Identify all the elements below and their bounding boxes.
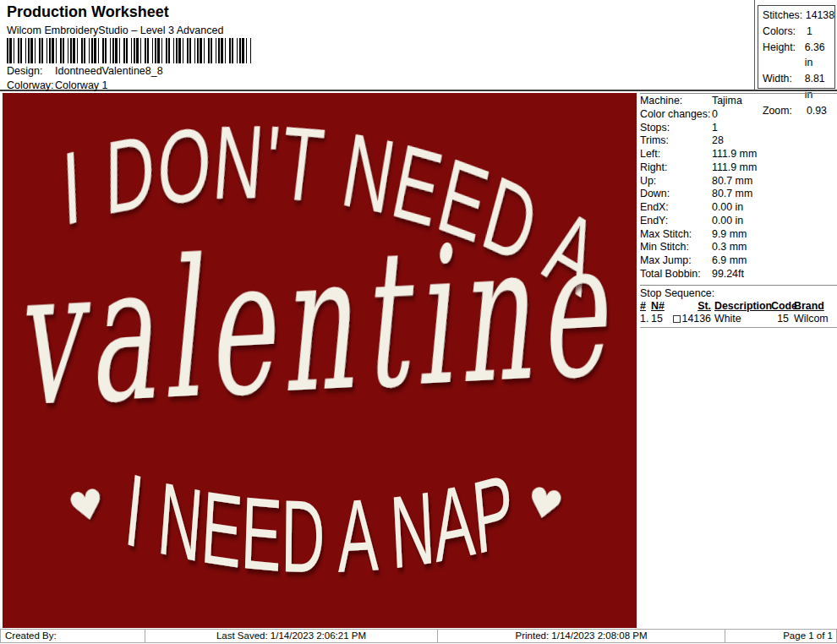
last-saved-cell: Last Saved: 1/14/2023 2:06:21 PM: [145, 629, 438, 643]
summary-row: Stitches:14138: [763, 8, 834, 24]
stop-sequence-header-row: # N# St. Description Code Brand: [640, 300, 837, 313]
info-row: Down:80.7 mm: [640, 188, 837, 201]
machine-info-panel: Machine:Tajima Color changes:0 Stops:1 T…: [640, 93, 837, 628]
printed-cell: Printed: 1/14/2023 2:08:08 PM: [438, 629, 725, 643]
stop-sequence-title: Stop Sequence:: [640, 286, 837, 300]
info-row: Max Jump:6.9 mm: [640, 254, 837, 268]
header: Production Worksheet Wilcom EmbroiderySt…: [0, 0, 837, 91]
design-name-row: Design: IdontneedValentine8_8: [7, 65, 163, 77]
colorway-label: Colorway:: [7, 79, 55, 91]
needle-number: 15: [651, 313, 667, 325]
info-row: Right:111.9 mm: [640, 161, 837, 175]
info-row: Machine:Tajima: [640, 95, 837, 108]
info-row: Stops:1: [640, 122, 837, 135]
thread-checkbox: [673, 315, 681, 323]
info-row: EndY:0.00 in: [640, 215, 837, 228]
page-number-cell: Page 1 of 1: [725, 629, 837, 643]
script-text: valentine: [9, 198, 618, 449]
machine-info-table: Machine:Tajima Color changes:0 Stops:1 T…: [640, 93, 837, 281]
thread-description: White: [711, 313, 771, 325]
footer: Created By: Last Saved: 1/14/2023 2:06:2…: [0, 629, 837, 643]
colorway-row: Colorway: Colorway 1: [7, 79, 108, 91]
info-row: Total Bobbin:99.24ft: [640, 268, 837, 281]
thread-brand: Wilcom: [789, 313, 834, 325]
stop-sequence-row: 1. 15 14136 White 15 Wilcom: [640, 313, 837, 328]
info-row: Left:111.9 mm: [640, 148, 837, 161]
page-title: Production Worksheet: [7, 3, 169, 21]
info-row: Max Stitch:9.9 mm: [640, 228, 837, 242]
design-barcode: [7, 38, 251, 63]
info-row: Trims:28: [640, 134, 837, 148]
thread-code: 15: [771, 313, 789, 325]
header-left-section: Production Worksheet Wilcom EmbroiderySt…: [0, 0, 755, 90]
software-subtitle: Wilcom EmbroideryStudio – Level 3 Advanc…: [7, 25, 223, 36]
embroidery-design-preview: I DON'T NEED A valentine I NEED A NAP ♥ …: [3, 93, 637, 628]
design-preview-svg: I DON'T NEED A valentine I NEED A NAP ♥ …: [3, 93, 637, 628]
stop-sequence-section: Stop Sequence: # N# St. Description Code…: [640, 285, 837, 328]
design-summary-box: Stitches:14138 Colors:1 Height:6.36 in W…: [758, 5, 835, 89]
production-worksheet-page: Production Worksheet Wilcom EmbroiderySt…: [0, 0, 837, 644]
stop-number: 1.: [640, 313, 651, 325]
stitch-count-cell: 14136: [667, 313, 711, 325]
summary-row: Height:6.36 in: [763, 40, 834, 72]
colorway-value: Colorway 1: [55, 79, 108, 91]
info-row: EndX:0.00 in: [640, 201, 837, 215]
info-row: Min Stitch:0.3 mm: [640, 241, 837, 254]
info-row: Up:80.7 mm: [640, 175, 837, 188]
design-label: Design:: [7, 65, 55, 77]
summary-row: Colors:1: [763, 24, 834, 40]
design-value: IdontneedValentine8_8: [55, 65, 163, 77]
script-text-group: valentine: [9, 198, 618, 449]
created-by-cell: Created By:: [0, 629, 145, 643]
info-row: Color changes:0: [640, 108, 837, 122]
